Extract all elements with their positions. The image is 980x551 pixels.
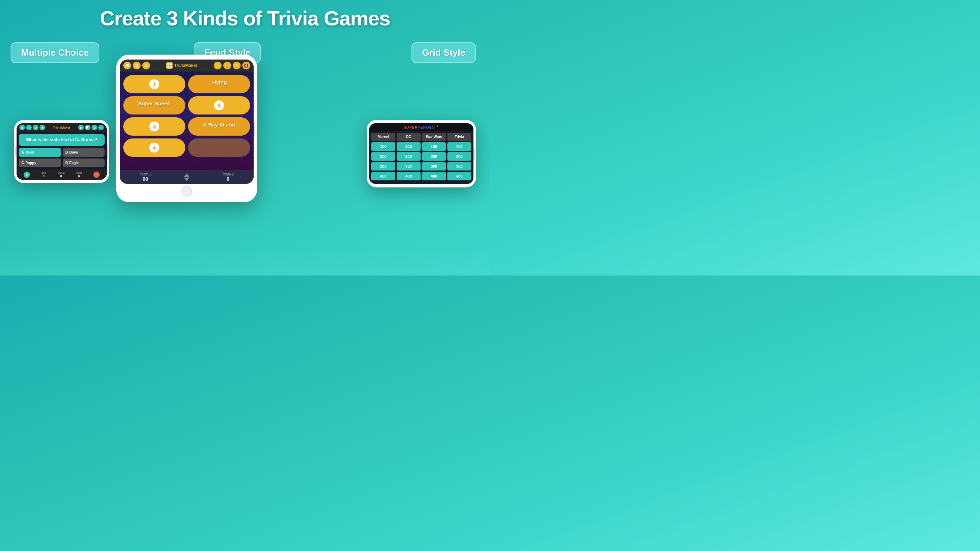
ph-play-icon: ▶: [78, 125, 84, 131]
grid-icon: ⊞: [123, 62, 131, 69]
cell-1-1[interactable]: 100: [371, 142, 395, 151]
tablet-feud: ⊞ Q A TriviaMaker: [116, 55, 257, 202]
phone-left-volume-button: [15, 146, 17, 156]
cell-3-4[interactable]: 300: [447, 162, 471, 170]
phone-left-power-button: [107, 145, 108, 159]
svg-rect-0: [167, 64, 169, 65]
option-b-letter: B: [65, 150, 68, 154]
sad-icon[interactable]: 😞: [233, 62, 240, 69]
page-title: Create 3 Kinds of Trivia Games: [0, 0, 490, 30]
ph-q-icon: →: [26, 125, 32, 131]
mc-option-c[interactable]: C Poppy: [19, 159, 61, 167]
feud-cell-1-left: 1: [123, 75, 185, 93]
feud-row-1: 1 Flying: [123, 75, 250, 93]
cell-3-3[interactable]: 300: [422, 162, 446, 170]
grid-table: Marvel DC Star Wars Trivia 100 100 100 1…: [369, 131, 473, 184]
col-trivia: Trivia: [447, 133, 471, 141]
option-a-text: Quail: [25, 150, 34, 154]
q-icon: Q: [133, 62, 140, 69]
cell-2-4[interactable]: 200: [447, 152, 471, 161]
grid-row-1: 100 100 100 100: [371, 142, 471, 151]
mc-option-a[interactable]: A Quail: [19, 148, 61, 157]
arrow-control[interactable]: [184, 174, 189, 181]
feud-cell-4-right: [188, 139, 250, 157]
tablet-topbar: ⊞ Q A TriviaMaker: [120, 59, 254, 72]
feud-cell-1-right: Flying: [188, 75, 250, 93]
cell-1-3[interactable]: 100: [422, 142, 446, 151]
grid-row-2: 200 200 200 200: [371, 152, 471, 161]
cell-2-3[interactable]: 200: [422, 152, 446, 161]
team2-value: 0: [222, 176, 234, 182]
music-icon[interactable]: ♪: [214, 62, 221, 69]
ph-grid-icon: ⊞: [19, 125, 25, 131]
phone-multiple-choice: ⊞ → ⊙ ℹ TriviaMaker ▶ 📊 ⚙ ← What is the …: [14, 120, 109, 183]
phone-grid-style: SUPERHEROES ★ Marvel DC Star Wars Trivia…: [367, 120, 476, 188]
phone-left-topbar: ⊞ → ⊙ ℹ TriviaMaker ▶ 📊 ⚙ ←: [17, 123, 107, 132]
cell-4-3[interactable]: 400: [422, 172, 446, 180]
option-b-text: Dove: [69, 150, 78, 154]
cell-4-1[interactable]: 400: [371, 172, 395, 180]
feud-cell-4-left: 4: [123, 139, 185, 157]
tablet-logo: TriviaMaker: [166, 62, 197, 69]
option-c-letter: C: [21, 161, 24, 165]
grid-row-3: 300 300 300 300: [371, 162, 471, 170]
feud-row-2: Super Speed 6: [123, 96, 250, 115]
option-c-text: Poppy: [25, 161, 36, 165]
tablet-home-button[interactable]: [181, 186, 192, 197]
arrow-up-icon[interactable]: [184, 174, 189, 177]
mc-option-b[interactable]: B Dove: [63, 148, 105, 157]
add-player-button[interactable]: +: [24, 172, 30, 178]
option-d-text: Eagle: [69, 161, 79, 165]
thumbsup-icon[interactable]: 👍: [223, 62, 231, 69]
grid-topbar: SUPERHEROES ★: [369, 123, 473, 131]
ph-wifi-icon: ⊙: [33, 125, 38, 131]
option-d-letter: D: [65, 161, 68, 165]
phone-left-scores: + Joe 0 Steve 0 Reid 0 −: [17, 169, 107, 180]
grid-header-row: Marvel DC Star Wars Trivia: [371, 133, 471, 141]
col-starwars: Star Wars: [422, 133, 446, 141]
team1-value: 00: [140, 176, 151, 182]
feud-number-3: 3: [150, 121, 159, 131]
team2-label: Team 2: [222, 172, 234, 176]
phone-left-icons: ⊞ → ⊙ ℹ: [19, 125, 45, 131]
mc-option-d[interactable]: D Eagle: [63, 159, 105, 167]
cell-4-2[interactable]: 400: [397, 172, 421, 180]
feud-row-3: 3 X-Ray Vision: [123, 117, 250, 135]
ph-info-icon: ℹ: [40, 125, 45, 131]
feud-scorebar: Team 1 00 Team 2 0: [120, 170, 254, 184]
cell-1-2[interactable]: 100: [397, 142, 421, 151]
cell-3-2[interactable]: 300: [397, 162, 421, 170]
badge-grid-style: Grid Style: [412, 42, 476, 63]
option-a-letter: A: [21, 150, 24, 154]
mc-options: A Quail B Dove C Poppy D Eagle: [17, 148, 107, 169]
ph-stats-icon: 📊: [85, 125, 91, 131]
feud-number-6: 6: [214, 100, 224, 110]
phone-right-power-button: [473, 147, 475, 161]
remove-player-button[interactable]: −: [93, 172, 100, 178]
mute-icon[interactable]: 🔇: [242, 62, 250, 69]
team1-score: Team 1 00: [140, 172, 151, 182]
feud-cell-2-left: Super Speed: [123, 96, 185, 115]
feud-row-4: 4: [123, 139, 250, 157]
feud-cell-3-right: X-Ray Vision: [188, 117, 250, 135]
player-joe-score: Joe 0: [41, 171, 46, 178]
arrow-down-icon[interactable]: [184, 178, 189, 181]
phone-left-right-icons: ▶ 📊 ⚙ ←: [78, 125, 104, 131]
cell-2-1[interactable]: 200: [371, 152, 395, 161]
player-steve-score: Steve 0: [57, 171, 64, 178]
feud-number-1: 1: [150, 79, 159, 89]
cell-4-4[interactable]: 400: [447, 172, 471, 180]
feud-board: 1 Flying Super Speed 6 3 X-Ray Vision: [120, 72, 254, 170]
col-dc: DC: [397, 133, 421, 141]
grid-row-4: 400 400 400 400: [371, 172, 471, 180]
team1-label: Team 1: [140, 172, 151, 176]
ph-settings-icon: ⚙: [92, 125, 97, 131]
tablet-side-button: [254, 122, 255, 136]
logo-icon: [166, 62, 173, 69]
cell-2-2[interactable]: 200: [397, 152, 421, 161]
feud-cell-2-right: 6: [188, 96, 250, 115]
cell-3-1[interactable]: 300: [371, 162, 395, 170]
cell-1-4[interactable]: 100: [447, 142, 471, 151]
feud-number-4: 4: [150, 143, 159, 153]
badge-multiple-choice: Multiple Choice: [11, 42, 99, 63]
